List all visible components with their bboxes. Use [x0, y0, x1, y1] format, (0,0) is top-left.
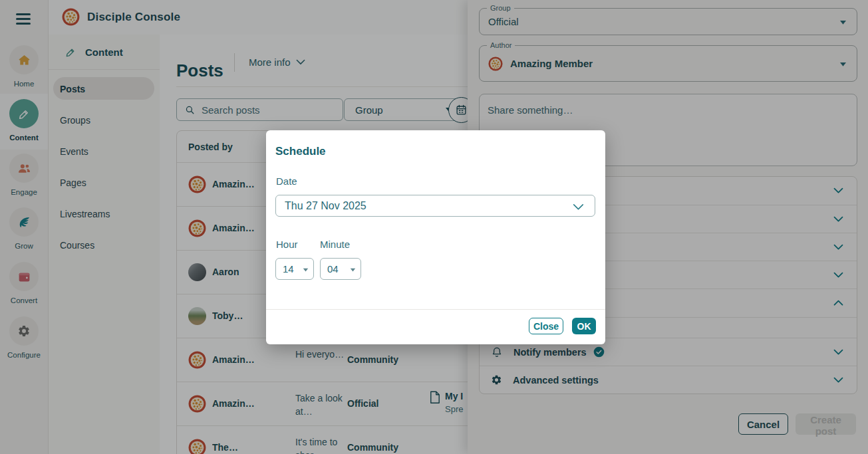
- hour-value: 14: [283, 263, 294, 275]
- modal-title: Schedule: [275, 145, 326, 158]
- caret-down-icon: [350, 268, 356, 272]
- hour-select[interactable]: 14: [275, 258, 314, 280]
- chevron-down-icon: [573, 203, 584, 211]
- ok-button[interactable]: OK: [572, 318, 596, 334]
- hour-label: Hour: [276, 239, 298, 250]
- date-label: Date: [276, 175, 297, 187]
- schedule-modal: Schedule Date Thu 27 Nov 2025 Hour Minut…: [266, 130, 605, 344]
- app-window: Home Content Engage Grow Convert Configu…: [0, 0, 868, 454]
- close-button[interactable]: Close: [529, 318, 563, 334]
- date-select[interactable]: Thu 27 Nov 2025: [275, 195, 595, 217]
- divider: [266, 309, 605, 310]
- date-value: Thu 27 Nov 2025: [285, 200, 366, 212]
- caret-down-icon: [303, 268, 309, 272]
- minute-value: 04: [327, 263, 339, 275]
- minute-label: Minute: [320, 239, 350, 250]
- minute-select[interactable]: 04: [320, 258, 361, 280]
